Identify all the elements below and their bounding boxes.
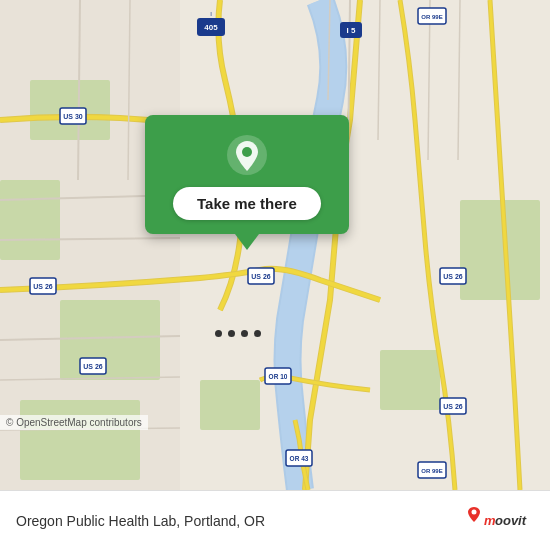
svg-text:I 5: I 5 bbox=[347, 26, 356, 35]
svg-text:OR 99E: OR 99E bbox=[421, 468, 442, 474]
svg-text:405: 405 bbox=[204, 23, 218, 32]
svg-rect-5 bbox=[60, 300, 160, 380]
svg-text:US 26: US 26 bbox=[443, 403, 463, 410]
popup-card: Take me there bbox=[145, 115, 349, 234]
svg-point-49 bbox=[472, 509, 477, 514]
moovit-logo-svg: m oovit bbox=[464, 506, 534, 536]
svg-text:OR 10: OR 10 bbox=[269, 373, 288, 380]
svg-text:US 26: US 26 bbox=[33, 283, 53, 290]
copyright-notice: © OpenStreetMap contributors bbox=[0, 415, 148, 430]
svg-rect-6 bbox=[380, 350, 440, 410]
take-me-there-button[interactable]: Take me there bbox=[173, 187, 321, 220]
svg-rect-4 bbox=[0, 180, 60, 260]
map-container: 405 I US 30 US 26 US 26 US 26 I 5 OR 99E… bbox=[0, 0, 550, 490]
popup-arrow bbox=[235, 234, 259, 250]
map-dot-2 bbox=[228, 330, 235, 337]
location-pin-icon bbox=[225, 133, 269, 177]
svg-text:US 30: US 30 bbox=[63, 113, 83, 120]
moovit-logo: m oovit bbox=[464, 506, 534, 536]
svg-text:OR 43: OR 43 bbox=[290, 455, 309, 462]
info-bar: Oregon Public Health Lab, Portland, OR m… bbox=[0, 490, 550, 550]
svg-rect-7 bbox=[460, 200, 540, 300]
svg-rect-9 bbox=[200, 380, 260, 430]
map-dot-1 bbox=[215, 330, 222, 337]
svg-rect-8 bbox=[20, 400, 140, 480]
svg-text:US 26: US 26 bbox=[83, 363, 103, 370]
location-popup: Take me there bbox=[145, 115, 349, 250]
svg-text:US 26: US 26 bbox=[443, 273, 463, 280]
map-dot-4 bbox=[254, 330, 261, 337]
svg-text:oovit: oovit bbox=[495, 513, 527, 528]
map-dot-3 bbox=[241, 330, 248, 337]
svg-text:OR 99E: OR 99E bbox=[421, 14, 442, 20]
svg-text:US 26: US 26 bbox=[251, 273, 271, 280]
svg-point-48 bbox=[242, 147, 252, 157]
location-label: Oregon Public Health Lab, Portland, OR bbox=[16, 513, 265, 529]
